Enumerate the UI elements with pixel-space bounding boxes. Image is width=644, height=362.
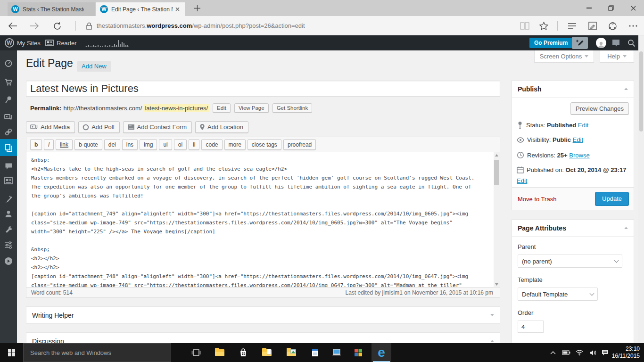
reader-menu[interactable]: Reader bbox=[45, 35, 77, 50]
quicktag-img[interactable]: img bbox=[140, 139, 157, 150]
tab-close-icon[interactable] bbox=[175, 7, 180, 11]
editor-scrollbar[interactable] bbox=[494, 152, 500, 288]
screen-options-tab[interactable]: Screen Options bbox=[534, 50, 594, 63]
back-button[interactable] bbox=[7, 20, 19, 32]
sidebar-item-pages[interactable] bbox=[0, 139, 17, 156]
template-select[interactable]: Default Template bbox=[518, 288, 598, 301]
add-media-button[interactable]: Add Media bbox=[26, 121, 75, 133]
window-minimize-button[interactable] bbox=[578, 0, 600, 16]
panel-toggle-icon[interactable] bbox=[490, 314, 494, 316]
permalink-slug[interactable]: latest-news-in-pictures/ bbox=[144, 104, 209, 112]
office-document-button[interactable] bbox=[305, 343, 325, 362]
photos-app-button[interactable] bbox=[348, 343, 369, 362]
page-attributes-header[interactable]: Page Attributes bbox=[512, 220, 634, 237]
collapse-menu-button[interactable] bbox=[0, 254, 17, 268]
publish-panel-header[interactable]: Publish bbox=[512, 81, 634, 98]
start-button[interactable] bbox=[1, 343, 22, 362]
new-tab-button[interactable] bbox=[194, 5, 200, 11]
quicktag-ol[interactable]: ol bbox=[174, 139, 187, 150]
display-settings-button[interactable] bbox=[326, 343, 347, 362]
add-location-button[interactable]: Add Location bbox=[195, 121, 248, 133]
panel-toggle-icon[interactable] bbox=[624, 227, 628, 229]
sidebar-item-feedback[interactable] bbox=[0, 173, 17, 188]
task-view-button[interactable] bbox=[186, 343, 206, 362]
sidebar-item-settings[interactable] bbox=[0, 238, 17, 252]
get-shortlink-button[interactable]: Get Shortlink bbox=[272, 103, 312, 113]
tab-stats[interactable]: W Stats ‹ The Station Masters G bbox=[8, 2, 95, 16]
tray-expand-button[interactable] bbox=[547, 343, 559, 362]
volume-status[interactable] bbox=[586, 343, 599, 362]
taskbar-clock[interactable]: 23:10 16/11/2015 bbox=[611, 346, 640, 360]
add-contact-form-button[interactable]: Add Contact Form bbox=[123, 121, 192, 133]
sidebar-item-tools[interactable] bbox=[0, 222, 17, 237]
file-explorer-button[interactable] bbox=[209, 343, 230, 362]
sidebar-item-appearance[interactable] bbox=[0, 192, 17, 206]
sidebar-item-store[interactable] bbox=[0, 75, 17, 89]
quicktag-close-tags[interactable]: close tags bbox=[248, 139, 281, 150]
page-scrollbar-thumb[interactable] bbox=[639, 51, 643, 132]
sidebar-item-users[interactable] bbox=[0, 207, 17, 221]
windows-store-button[interactable] bbox=[233, 343, 254, 362]
window-maximize-button[interactable] bbox=[600, 0, 622, 16]
favorites-star-icon[interactable] bbox=[537, 20, 550, 32]
move-to-trash-link[interactable]: Move to Trash bbox=[518, 196, 556, 203]
sidebar-item-dashboard[interactable] bbox=[0, 56, 17, 70]
edit-visibility-link[interactable]: Edit bbox=[573, 136, 583, 143]
taskbar-search-input[interactable] bbox=[23, 343, 171, 362]
post-content-editor[interactable]: &nbsp; <h2>Masters take to the high-seas… bbox=[26, 152, 494, 288]
order-input[interactable] bbox=[518, 321, 544, 333]
more-actions-icon[interactable] bbox=[627, 20, 639, 32]
tab-edit-page[interactable]: W Edit Page ‹ The Station M bbox=[96, 2, 185, 16]
edit-status-link[interactable]: Edit bbox=[578, 122, 588, 129]
scroll-up-icon[interactable] bbox=[494, 153, 500, 158]
sidebar-item-links[interactable] bbox=[0, 125, 17, 139]
parent-select[interactable]: (no parent) bbox=[518, 255, 622, 268]
browse-revisions-link[interactable]: Browse bbox=[569, 152, 589, 159]
quicktag-more[interactable]: more bbox=[224, 139, 246, 150]
writing-helper-panel[interactable]: Writing Helper bbox=[26, 306, 500, 324]
post-title-input[interactable] bbox=[26, 81, 500, 97]
window-close-button[interactable] bbox=[622, 0, 644, 16]
quicktag-del[interactable]: del bbox=[104, 139, 120, 150]
edge-browser-button[interactable]: e bbox=[372, 343, 391, 362]
help-tab[interactable]: Help bbox=[600, 50, 634, 63]
my-sites-label[interactable]: My Sites bbox=[17, 40, 41, 47]
go-premium-button[interactable]: Go Premium bbox=[529, 38, 572, 48]
quicktag-code[interactable]: code bbox=[201, 139, 222, 150]
forward-button[interactable] bbox=[28, 20, 41, 32]
wifi-status[interactable] bbox=[573, 343, 586, 362]
quicktag-bold[interactable]: b bbox=[30, 139, 42, 150]
user-avatar[interactable] bbox=[596, 38, 606, 48]
quicktag-italic[interactable]: i bbox=[44, 139, 54, 150]
quicktag-proofread[interactable]: proofread bbox=[283, 139, 316, 150]
edit-published-date-link[interactable]: Edit bbox=[517, 177, 527, 184]
quicktag-bquote[interactable]: b-quote bbox=[74, 139, 102, 150]
panel-toggle-icon[interactable] bbox=[490, 340, 494, 342]
sidebar-item-media[interactable] bbox=[0, 110, 17, 124]
address-url[interactable]: thestationmasters.wordpress.com/wp-admin… bbox=[97, 22, 305, 29]
reading-view-icon[interactable] bbox=[519, 20, 531, 32]
sidebar-item-comments[interactable] bbox=[0, 159, 17, 173]
discussion-panel[interactable]: Discussion bbox=[26, 332, 500, 343]
panel-toggle-icon[interactable] bbox=[624, 88, 628, 90]
web-note-icon[interactable] bbox=[586, 20, 599, 32]
sidebar-item-posts[interactable] bbox=[0, 92, 17, 107]
battery-status[interactable] bbox=[560, 343, 572, 362]
search-icon[interactable] bbox=[627, 39, 636, 47]
scrollbar-thumb[interactable] bbox=[494, 160, 499, 185]
add-poll-button[interactable]: Add Poll bbox=[78, 121, 119, 133]
permalink-edit-button[interactable]: Edit bbox=[213, 103, 231, 113]
action-center-button[interactable] bbox=[599, 343, 611, 362]
preview-changes-button[interactable]: Preview Changes bbox=[570, 102, 629, 115]
pictures-folder-button[interactable] bbox=[281, 343, 302, 362]
notifications-icon[interactable] bbox=[611, 39, 620, 47]
update-button[interactable]: Update bbox=[595, 192, 629, 206]
new-post-button[interactable] bbox=[572, 37, 588, 49]
add-new-button[interactable]: Add New bbox=[77, 61, 111, 72]
wordpress-logo-menu[interactable]: W My Sites bbox=[5, 35, 41, 50]
stats-sparkline-icon[interactable] bbox=[85, 39, 130, 48]
share-icon[interactable] bbox=[606, 20, 619, 32]
view-page-button[interactable]: View Page bbox=[234, 103, 269, 113]
reader-label[interactable]: Reader bbox=[57, 40, 77, 47]
refresh-button[interactable] bbox=[51, 20, 63, 32]
